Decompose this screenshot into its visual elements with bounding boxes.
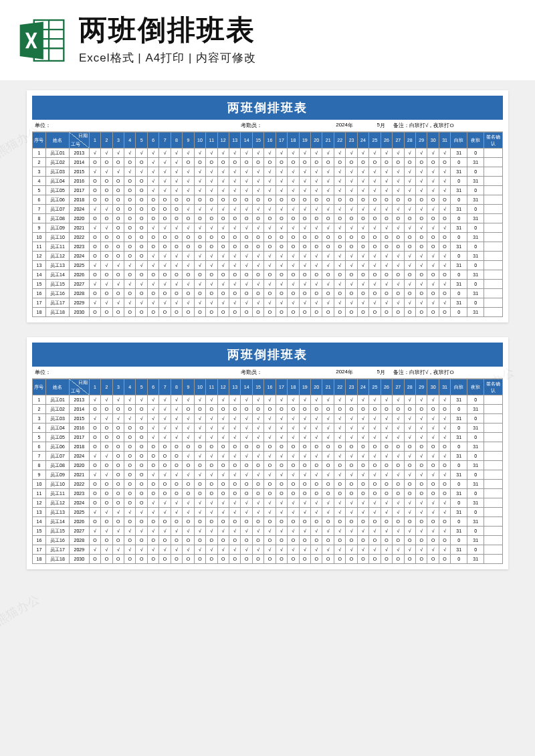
cell-shift: O — [393, 270, 404, 280]
cell-sign[interactable] — [484, 461, 503, 470]
cell-name: 员工16 — [45, 536, 69, 545]
table-row: 4员工042016OOOOO√√√√√√√√√√√√√√√√√√√√√√√√√√… — [33, 423, 503, 433]
cell-name: 员工16 — [45, 289, 69, 298]
cell-shift: √ — [415, 177, 427, 186]
cell-sign[interactable] — [484, 149, 503, 158]
cell-name: 员工10 — [45, 233, 69, 242]
cell-sign[interactable] — [484, 545, 503, 555]
cell-shift: O — [89, 517, 100, 527]
cell-sign[interactable] — [484, 527, 503, 536]
cell-shift: √ — [427, 205, 439, 214]
cell-sign[interactable] — [484, 517, 503, 527]
cell-sign[interactable] — [484, 233, 503, 242]
cell-shift: √ — [346, 177, 357, 186]
cell-sign[interactable] — [484, 433, 503, 442]
cell-shift: √ — [346, 527, 357, 536]
cell-shift: √ — [404, 177, 415, 186]
col-day: 11 — [206, 132, 217, 149]
cell-shift: O — [346, 158, 357, 167]
col-day: 20 — [311, 379, 322, 395]
cell-sign[interactable] — [484, 195, 503, 205]
cell-sign[interactable] — [484, 395, 503, 405]
cell-sign[interactable] — [484, 205, 503, 214]
cell-sign[interactable] — [484, 298, 503, 308]
cell-shift: O — [171, 233, 182, 242]
cell-sign[interactable] — [484, 242, 503, 252]
cell-sign[interactable] — [484, 489, 503, 498]
cell-shift: O — [264, 555, 276, 564]
cell-shift: O — [101, 489, 112, 498]
cell-eid: 2024 — [69, 498, 89, 508]
cell-shift: O — [346, 536, 357, 545]
col-day: 22 — [334, 379, 345, 395]
cell-sign[interactable] — [484, 308, 503, 317]
table-row: 17员工172029√√√√√√√√√√√√√√√√√√√√√√√√√√√√√√… — [33, 545, 503, 555]
cell-sign[interactable] — [484, 442, 503, 452]
cell-eid: 2018 — [69, 442, 89, 452]
cell-sign[interactable] — [484, 555, 503, 564]
cell-sign[interactable] — [484, 405, 503, 414]
cell-sign[interactable] — [484, 252, 503, 261]
cell-sign[interactable] — [484, 280, 503, 289]
cell-shift: √ — [229, 433, 240, 442]
cell-name: 员工09 — [45, 470, 69, 480]
cell-shift: O — [124, 186, 136, 195]
cell-sign[interactable] — [484, 270, 503, 280]
cell-eid: 2017 — [69, 433, 89, 442]
cell-shift: √ — [264, 414, 276, 423]
cell-shift: O — [159, 461, 171, 470]
cell-index: 4 — [33, 423, 46, 433]
cell-sign[interactable] — [484, 158, 503, 167]
cell-sign[interactable] — [484, 167, 503, 177]
cell-day-total: 0 — [451, 270, 467, 280]
cell-shift: O — [276, 480, 287, 489]
col-night-shift: 夜班 — [467, 132, 484, 149]
cell-shift: O — [322, 405, 334, 414]
cell-sign[interactable] — [484, 214, 503, 223]
cell-shift: √ — [357, 470, 368, 480]
cell-eid: 2030 — [69, 308, 89, 317]
cell-shift: O — [252, 214, 263, 223]
cell-sign[interactable] — [484, 261, 503, 270]
cell-sign[interactable] — [484, 289, 503, 298]
cell-shift: √ — [147, 223, 158, 233]
cell-shift: √ — [252, 498, 263, 508]
col-date-id: 日期工号 — [69, 379, 89, 395]
table-row: 11员工112023OOOOOOOOOOOOOOOOOOOOOOOOOOOOOO… — [33, 242, 503, 252]
cell-sign[interactable] — [484, 470, 503, 480]
cell-sign[interactable] — [484, 452, 503, 461]
cell-shift: O — [369, 214, 381, 223]
cell-shift: O — [334, 233, 345, 242]
cell-day-total: 0 — [451, 405, 467, 414]
cell-sign[interactable] — [484, 480, 503, 489]
cell-sign[interactable] — [484, 423, 503, 433]
cell-shift: √ — [346, 433, 357, 442]
cell-sign[interactable] — [484, 186, 503, 195]
cell-shift: √ — [404, 280, 415, 289]
cell-sign[interactable] — [484, 414, 503, 423]
cell-day-total: 31 — [451, 395, 467, 405]
cell-sign[interactable] — [484, 177, 503, 186]
cell-shift: O — [194, 195, 205, 205]
cell-shift: √ — [206, 423, 217, 433]
table-row: 16员工162028OOOOOOOOOOOOOOOOOOOOOOOOOOOOOO… — [33, 289, 503, 298]
cell-sign[interactable] — [484, 498, 503, 508]
cell-shift: √ — [124, 414, 136, 423]
cell-shift: O — [427, 489, 439, 498]
cell-shift: √ — [183, 414, 194, 423]
cell-sign[interactable] — [484, 508, 503, 517]
cell-name: 员工17 — [45, 298, 69, 308]
cell-shift: √ — [264, 452, 276, 461]
cell-sign[interactable] — [484, 223, 503, 233]
cell-shift: O — [206, 270, 217, 280]
cell-shift: √ — [136, 298, 147, 308]
cell-shift: O — [252, 270, 263, 280]
cell-shift: √ — [393, 252, 404, 261]
cell-shift: √ — [334, 252, 345, 261]
cell-shift: √ — [299, 452, 310, 461]
cell-shift: √ — [264, 298, 276, 308]
cell-shift: O — [288, 270, 299, 280]
cell-shift: √ — [101, 167, 112, 177]
col-sign: 签名确认 — [484, 379, 503, 395]
cell-sign[interactable] — [484, 536, 503, 545]
